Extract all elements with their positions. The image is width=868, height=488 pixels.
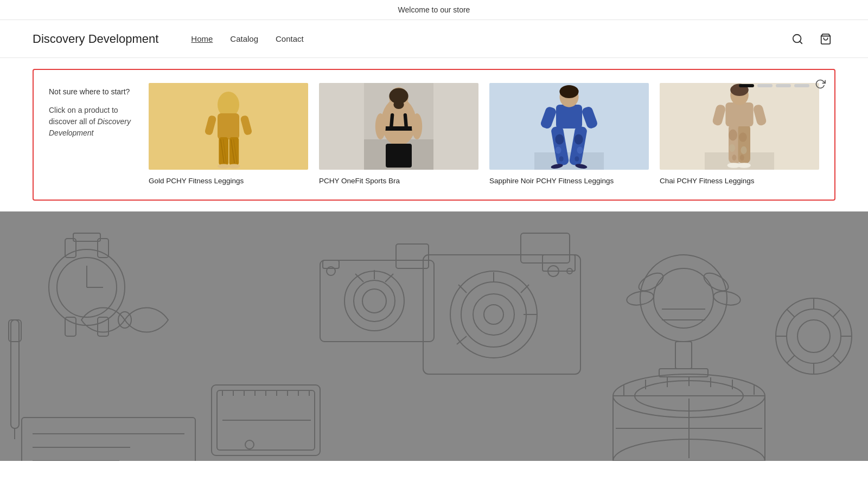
nav-home[interactable]: Home (191, 34, 213, 43)
svg-point-35 (577, 147, 583, 154)
svg-point-42 (559, 85, 578, 98)
background-pattern-section (0, 211, 868, 461)
pattern-svg (0, 211, 868, 461)
cart-icon (820, 33, 832, 45)
svg-point-15 (228, 164, 240, 169)
svg-point-21 (393, 100, 404, 109)
svg-rect-24 (384, 126, 414, 131)
not-sure-text: Not sure where to start? (49, 87, 136, 96)
product-image-2 (319, 83, 478, 170)
svg-point-32 (555, 134, 564, 144)
carousel-controls (739, 79, 826, 92)
product-name-4: Chai PCHY Fitness Leggings (660, 176, 819, 187)
svg-rect-5 (218, 113, 239, 139)
svg-point-34 (555, 147, 561, 154)
svg-line-1 (800, 41, 802, 43)
svg-point-37 (575, 156, 579, 162)
svg-rect-29 (534, 152, 604, 170)
header-icons (788, 29, 835, 49)
svg-rect-38 (556, 105, 582, 129)
svg-point-54 (740, 155, 744, 160)
cart-button[interactable] (816, 29, 835, 49)
product-name-3: Sapphire Noir PCHY Fitness Leggings (489, 176, 649, 187)
products-grid: Gold PCHY Fitness Leggings (149, 83, 819, 187)
svg-rect-55 (725, 102, 753, 126)
search-icon (792, 33, 803, 45)
product-image-4 (660, 83, 819, 170)
product-card-1[interactable]: Gold PCHY Fitness Leggings (149, 83, 308, 187)
main-nav: Home Catalog Contact (191, 34, 788, 43)
carousel-refresh-button[interactable] (815, 79, 826, 92)
search-button[interactable] (788, 29, 807, 49)
carousel-dot-4[interactable] (794, 84, 809, 87)
svg-point-14 (218, 164, 229, 169)
nav-contact[interactable]: Contact (276, 34, 304, 43)
announcement-text: Welcome to our store (398, 5, 470, 14)
svg-point-51 (729, 144, 735, 152)
product-4-image-svg (660, 83, 819, 170)
product-name-2: PCHY OneFit Sports Bra (319, 176, 478, 187)
svg-point-52 (741, 146, 746, 154)
refresh-icon (815, 79, 826, 89)
main-content: Not sure where to start? Click on a prod… (0, 69, 868, 461)
svg-point-49 (729, 130, 737, 141)
svg-point-27 (412, 113, 422, 139)
product-card-3[interactable]: Sapphire Noir PCHY Fitness Leggings (489, 83, 649, 187)
carousel-dot-1[interactable] (739, 84, 754, 87)
nav-catalog[interactable]: Catalog (230, 34, 258, 43)
product-2-image-svg (319, 83, 478, 170)
site-logo[interactable]: Discovery Development (33, 32, 158, 46)
svg-point-61 (738, 163, 751, 168)
product-card-2[interactable]: PCHY OneFit Sports Bra (319, 83, 478, 187)
carousel-inner: Not sure where to start? Click on a prod… (49, 83, 819, 187)
svg-point-36 (559, 156, 564, 162)
product-name-1: Gold PCHY Fitness Leggings (149, 176, 308, 187)
product-1-image-svg (149, 83, 308, 170)
carousel-description: Not sure where to start? Click on a prod… (49, 83, 136, 139)
svg-point-50 (739, 132, 746, 142)
svg-rect-25 (386, 144, 412, 168)
product-image-3 (489, 83, 649, 170)
svg-point-53 (732, 155, 736, 160)
svg-point-26 (375, 113, 386, 139)
carousel-dot-2[interactable] (757, 84, 773, 87)
header: Discovery Development Home Catalog Conta… (0, 20, 868, 58)
product-3-image-svg (489, 83, 649, 170)
click-description: Click on a product to discover all of Di… (49, 105, 136, 139)
product-image-1 (149, 83, 308, 170)
carousel-dot-3[interactable] (776, 84, 791, 87)
product-carousel-section: Not sure where to start? Click on a prod… (33, 69, 835, 201)
svg-point-33 (575, 134, 583, 144)
announcement-bar: Welcome to our store (0, 0, 868, 20)
product-card-4[interactable]: Chai PCHY Fitness Leggings (660, 83, 819, 187)
